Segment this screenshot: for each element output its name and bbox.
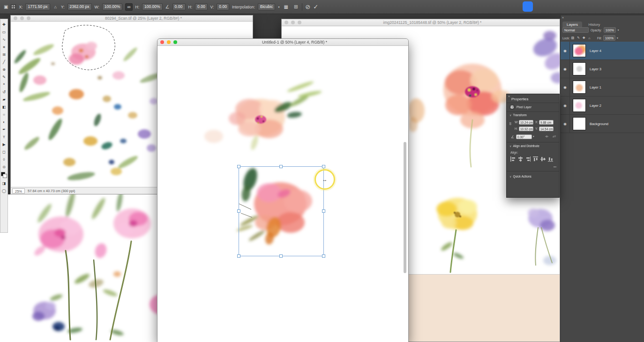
transform-section-header[interactable]: ∨ Transform [509, 113, 527, 117]
y-position-field[interactable]: 2362.00 px [67, 3, 92, 10]
cancel-transform-button[interactable]: ⊘ [305, 5, 310, 9]
layer-visibility-toggle[interactable]: ◉ [561, 97, 570, 114]
minimize-button[interactable] [20, 16, 24, 20]
pink-flowers-canvas[interactable] [0, 194, 170, 342]
tool-eraser[interactable]: ▰ [0, 96, 7, 103]
layer-visibility-toggle[interactable]: ◉ [561, 115, 570, 133]
commit-transform-button[interactable]: ✓ [313, 5, 318, 9]
align-top-icon[interactable] [533, 156, 538, 162]
quick-mask-icon[interactable]: ◨ [0, 179, 7, 187]
close-button[interactable] [160, 40, 164, 44]
y-field[interactable]: 14.54 cm [539, 126, 554, 131]
align-center-horizontal-icon[interactable] [518, 156, 523, 162]
height-field[interactable]: 100.00% [142, 3, 163, 10]
close-button[interactable] [285, 21, 288, 24]
layer-row-background[interactable]: ◉ Background [561, 115, 644, 133]
height-field[interactable]: 10.92 cm [519, 126, 533, 131]
width-field[interactable]: 100.00% [102, 3, 123, 10]
tool-marquee[interactable]: ▭ [0, 28, 7, 36]
tool-gradient[interactable]: ◧ [0, 103, 7, 111]
width-field[interactable]: 10.24 cm [519, 120, 533, 125]
zoom-button[interactable] [27, 16, 30, 20]
minimize-button[interactable] [167, 40, 171, 44]
rotation-field[interactable]: 0.00 [172, 3, 186, 10]
align-section-header[interactable]: ∨ Align and Distribute [509, 144, 539, 148]
zoom-button[interactable] [173, 40, 177, 44]
align-center-vertical-icon[interactable] [540, 156, 546, 162]
maintain-aspect-ratio-toggle[interactable]: ∞ [125, 3, 132, 11]
x-field[interactable]: 9.88 cm [539, 120, 554, 125]
background-color-swatch[interactable] [3, 174, 7, 178]
horizontal-skew-field[interactable]: 0.00 [195, 3, 208, 10]
tool-lasso[interactable]: ∿ [0, 36, 7, 43]
tool-clone-stamp[interactable]: ⌖ [0, 81, 7, 88]
close-icon[interactable]: × [562, 16, 564, 19]
close-button[interactable] [14, 16, 17, 20]
transform-handle-s[interactable] [279, 254, 283, 258]
tool-crop[interactable]: ⊞ [0, 51, 7, 58]
tool-type[interactable]: T [0, 133, 7, 141]
tool-blur[interactable]: ○ [0, 111, 7, 118]
grid-overlay-toggle[interactable]: ⊞ [292, 4, 299, 10]
close-icon[interactable]: × [508, 95, 510, 98]
flip-vertical-icon[interactable]: ▵▿ [553, 134, 556, 138]
align-right-icon[interactable] [525, 156, 531, 162]
scan-window-titlebar[interactable]: 80294_Scan.tif @ 25% (Layer 2, RGB/8#) * [11, 15, 253, 22]
layer-row-layer-2[interactable]: ◉ Layer 2 [561, 97, 644, 115]
align-left-icon[interactable] [510, 156, 516, 162]
layer-thumbnail[interactable] [573, 99, 586, 112]
minimize-button[interactable] [291, 21, 295, 24]
lock-image-pixels-icon[interactable]: ✎ [577, 36, 580, 40]
layer-row-layer-3[interactable]: ◉ Layer 3 [561, 60, 644, 78]
img-window-titlebar[interactable]: img20241125_10185448.tif @ 50% (Layer 2,… [282, 19, 560, 26]
dropdown-arrow-icon[interactable]: ▾ [278, 5, 279, 9]
tool-shape[interactable]: ◻ [0, 148, 7, 156]
transform-bounding-box[interactable] [239, 166, 324, 256]
transform-handle-se[interactable] [322, 254, 325, 258]
tool-hand[interactable]: ◊ [0, 156, 7, 163]
transform-handle-nw[interactable] [237, 165, 240, 168]
transform-handle-n[interactable] [279, 165, 283, 168]
layer-thumbnail[interactable] [573, 44, 586, 57]
color-swatches[interactable] [1, 172, 7, 178]
zoom-level-field[interactable]: 25% [12, 188, 25, 193]
transform-handle-e[interactable] [322, 209, 325, 213]
rotation-dropdown-icon[interactable]: ▾ [533, 135, 534, 138]
flip-horizontal-icon[interactable]: ◃▹ [545, 134, 548, 138]
lock-transparent-pixels-icon[interactable]: ▨ [571, 36, 575, 40]
blend-mode-dropdown[interactable]: Normal [562, 27, 589, 33]
dropdown-arrow-icon[interactable]: ▾ [618, 29, 619, 31]
tool-history-brush[interactable]: ↺ [0, 88, 7, 96]
rotation-field[interactable]: 0.00° [516, 134, 532, 139]
fill-dropdown[interactable]: 100% [603, 35, 615, 41]
more-options-icon[interactable]: ••• [554, 165, 556, 168]
lock-all-icon[interactable]: ∩ [588, 37, 591, 40]
screen-mode-icon[interactable]: ◯ [0, 187, 7, 194]
layer-thumbnail[interactable] [573, 62, 586, 75]
layer-visibility-toggle[interactable]: ◉ [561, 42, 570, 59]
x-position-field[interactable]: 1771.50 px [25, 3, 50, 10]
tool-eyedropper[interactable]: ╱ [0, 58, 7, 66]
reference-point-locator[interactable] [11, 4, 16, 9]
tool-magic-wand[interactable]: ∗ [0, 43, 7, 51]
warp-mode-toggle[interactable]: ▦ [282, 4, 289, 10]
interpolation-dropdown[interactable]: Bicubic [258, 3, 275, 10]
transform-handle-w[interactable] [237, 209, 240, 213]
align-bottom-icon[interactable] [548, 156, 553, 162]
zoom-button[interactable] [298, 21, 301, 24]
link-dimensions-icon[interactable]: ∞ [508, 122, 513, 125]
tool-pen[interactable]: ✒ [0, 126, 7, 133]
layer-thumbnail[interactable] [573, 81, 586, 94]
tool-dodge[interactable]: ◐ [0, 118, 7, 126]
layer-row-layer-4[interactable]: ◉ Layer 4 [561, 42, 644, 60]
opacity-dropdown[interactable]: 100% [604, 27, 616, 33]
layer-visibility-toggle[interactable]: ◉ [561, 60, 570, 78]
transform-handle-ne[interactable] [322, 165, 325, 168]
untitled-window-titlebar[interactable]: Untitled-1 @ 50% (Layer 4, RGB/8) * [157, 39, 408, 46]
tool-path-select[interactable]: ▶ [0, 141, 7, 148]
layer-thumbnail[interactable] [573, 117, 586, 130]
tool-healing-brush[interactable]: ⊕ [0, 66, 7, 73]
vertical-scrollbar[interactable] [404, 142, 406, 273]
quick-actions-section-header[interactable]: ∨ Quick Actions [509, 175, 532, 178]
tool-move[interactable]: ✚ [0, 21, 7, 28]
